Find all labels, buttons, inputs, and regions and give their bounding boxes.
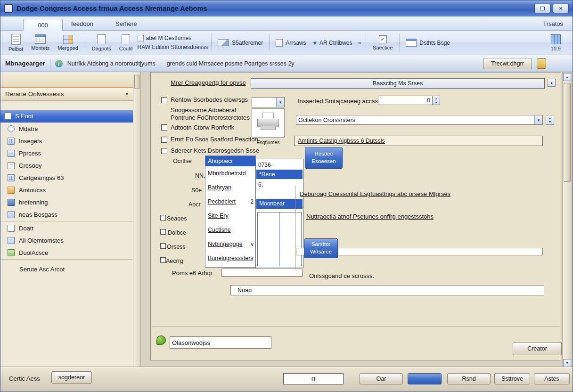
checkbox-adtootn[interactable] <box>161 124 167 131</box>
sidebar-item-amtoucss[interactable]: Amtoucss <box>0 184 133 196</box>
sidebar-item-selected[interactable]: S Foot <box>0 110 133 122</box>
ribbon-button-mergped[interactable]: Mergped <box>54 34 81 52</box>
chevron-double-icon[interactable]: » <box>356 40 362 46</box>
ribbon-button-could[interactable]: Could <box>116 33 136 52</box>
ribbon-button-ar-ctrlibwes[interactable]: ▾ AR Ctrlibwes <box>311 38 355 48</box>
info-icon: i <box>55 60 63 67</box>
sidebar-item-cartgeamgss[interactable]: Cartgeamgss 63 <box>0 172 133 184</box>
ribbon-button-dagpots[interactable]: Dagpots <box>89 33 115 52</box>
list-item[interactable]: Pecbdclert 2 <box>205 195 255 209</box>
scrollbar-up-button[interactable]: ▴ <box>563 73 571 81</box>
oar-button[interactable]: Oar <box>360 373 403 384</box>
ribbon-button-pelbot[interactable]: Pelbot <box>5 33 26 53</box>
sidebar-scrollbar-thumb[interactable] <box>134 75 139 89</box>
tab-serfiere[interactable]: Serfiere <box>115 20 137 27</box>
settings-link[interactable]: Deburoag Coesscnlal Esgtuasttngs abc ors… <box>300 190 450 197</box>
checkbox-ernrt[interactable] <box>161 137 167 143</box>
grid-icon <box>63 35 73 44</box>
primary-button[interactable] <box>408 373 442 384</box>
list-icon <box>8 211 15 218</box>
main-dialog-panel: Mrer Creagegertg for opvse Basscihg Ms S… <box>150 72 561 360</box>
astes-button[interactable]: Astes <box>534 373 570 384</box>
list-item[interactable]: Cuctlsne <box>205 223 255 237</box>
ribbon-menu-item-cestfumes[interactable]: abel M Cestfumes <box>138 35 208 41</box>
list-item[interactable]: Bunelogresssters <box>205 251 255 265</box>
tab-trsatos[interactable]: Trsatos <box>543 20 563 27</box>
ribbon-button-saectice[interactable]: ✓ Saectice <box>369 34 396 51</box>
sidebar-item-doatt[interactable]: Doatt <box>0 222 133 234</box>
ssttrove-button[interactable]: Ssttrove <box>494 373 530 384</box>
gcltekon-combobox[interactable]: Gcltekon Crorssrsters ▾ <box>296 115 543 125</box>
sogdereor-button[interactable]: sogdereor <box>51 371 92 384</box>
poms-field[interactable] <box>221 269 303 277</box>
checkbox-seaoes[interactable] <box>160 215 166 220</box>
checkbox-sderecr[interactable] <box>161 148 167 154</box>
navigation-pane-header[interactable]: Rerarte Onlwessesis ▾ <box>0 87 133 101</box>
chevron-down-icon[interactable]: ▾ <box>126 91 128 97</box>
list-item-label: Cuctlsne <box>208 227 231 233</box>
document-icon <box>11 34 21 45</box>
nuap-input[interactable] <box>230 285 544 295</box>
list-item-selected[interactable]: Ahopoecr <box>205 156 255 166</box>
ribbon-button-mbntets[interactable]: Mbntets <box>28 33 53 52</box>
status-label: Certic Aess <box>9 375 40 382</box>
spin-down-button[interactable]: ▼ <box>433 100 440 105</box>
spin-up-button[interactable]: ▲ <box>433 96 440 100</box>
key-icon[interactable] <box>537 58 546 69</box>
sidebar-item-cresooy[interactable]: Cresooy <box>0 159 133 172</box>
checkbox-orsess[interactable] <box>160 243 166 249</box>
ribbon-button-version[interactable]: 10.9 <box>548 33 564 52</box>
window-scrollbar[interactable]: ▴ ▾ <box>562 72 572 368</box>
ribbon-button-dsthts-bsge[interactable]: Dsthts Bsge <box>403 38 453 48</box>
trecwt-button[interactable]: Trecwt.dhgrr <box>483 58 532 69</box>
chevron-down-icon[interactable]: ▾ <box>534 115 542 124</box>
ribbon-button-s5atferemer[interactable]: S5atferemer <box>215 38 266 47</box>
sidebar-item-hretenning[interactable]: hretenning <box>0 196 133 208</box>
sidebar-item-label: Doatt <box>19 225 33 232</box>
inserted-value-input[interactable] <box>378 96 433 105</box>
mid-list-row[interactable]: 6, <box>258 181 263 188</box>
mid-list-selected-secondary[interactable]: Moonbear <box>256 199 303 209</box>
scrollbar-thumb[interactable] <box>564 83 571 182</box>
sarsttor-button[interactable]: Sarsttor Wrtsarce <box>304 238 338 258</box>
list-item-label: Nvbingegoge <box>208 241 243 247</box>
mid-list-selected[interactable]: *Rene <box>256 170 303 179</box>
rosdec-button[interactable]: Rosdec Esoeesen <box>305 147 343 169</box>
checkbox-rentow[interactable] <box>161 97 167 103</box>
list-item[interactable]: Site Ery <box>205 209 255 223</box>
scrollbar-down-button[interactable]: ▾ <box>563 359 571 367</box>
features-link[interactable]: Nuttraoctia atnof Psetunes onffrg engest… <box>306 213 434 220</box>
checkbox-aecrrg[interactable] <box>160 257 166 263</box>
list-item-label: Bathryan <box>208 184 231 191</box>
table-icon <box>35 34 46 44</box>
close-button[interactable]: ✕ <box>553 4 569 13</box>
sidebar-item-pprcess[interactable]: Pprcess <box>0 147 133 159</box>
mid-list-row[interactable]: 0736- <box>258 162 273 168</box>
list-item[interactable]: Bathryan <box>205 180 255 195</box>
combobox-extra-buttons[interactable]: ▴ ▾ <box>546 115 554 125</box>
checkbox-dolbce[interactable] <box>160 229 166 235</box>
button-label-line: Esoeesen <box>311 158 336 165</box>
ribbon-button-arrsaws[interactable]: Arrsaws <box>273 38 309 48</box>
sidebar-item-all-olemtomstes[interactable]: All Olemtomstes <box>0 234 133 246</box>
restore-button[interactable] <box>534 4 550 13</box>
list-item[interactable]: Nvbingegoge v <box>205 237 255 251</box>
tab-feedoon[interactable]: feedoon <box>71 20 93 27</box>
chevron-down-icon[interactable]: ▾ <box>276 98 284 107</box>
sidebar-item-duolacsce[interactable]: DuolAcsce <box>0 246 133 259</box>
sidebar-scrollbar[interactable] <box>133 72 141 368</box>
ribbon-menu-item-raw-edition[interactable]: RAW Edition Sttonesdoesss <box>138 44 208 50</box>
window-icon <box>406 39 417 47</box>
list-item[interactable]: Mbnrbdoetrstd <box>205 166 255 180</box>
b-field[interactable]: B <box>283 373 344 384</box>
sidebar-item-mdatre[interactable]: Mdatre <box>0 122 133 135</box>
tab-000[interactable]: 000 <box>23 19 63 31</box>
shortcut-icon <box>8 249 15 256</box>
rsnd-button[interactable]: Rsnd <box>447 373 491 384</box>
creator-button[interactable]: Creator <box>513 342 562 355</box>
scroll-up-button[interactable]: ▴ <box>548 79 556 87</box>
sidebar-item-insegets[interactable]: Insegets <box>0 135 133 147</box>
olason-input[interactable] <box>170 336 271 349</box>
printer-combobox[interactable]: ▾ <box>252 97 285 107</box>
sidebar-item-neas-bosgass[interactable]: neas Bosgass <box>0 208 133 220</box>
